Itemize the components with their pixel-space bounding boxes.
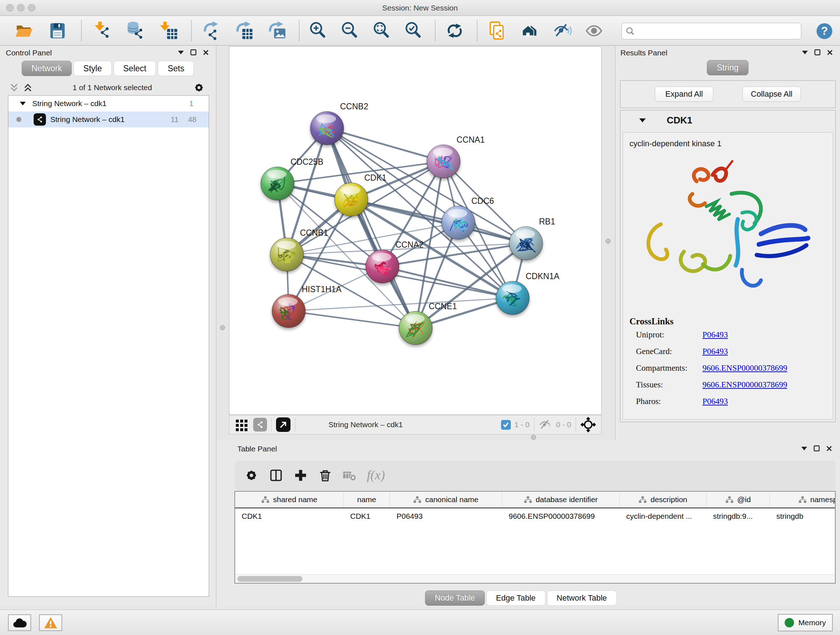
- gene-expander-icon[interactable]: [639, 118, 646, 123]
- table-cell[interactable]: stringdb: [770, 512, 836, 521]
- column-header-database-identifier[interactable]: database identifier: [502, 492, 620, 508]
- birds-eye-toggle-icon[interactable]: [580, 417, 596, 432]
- memory-button[interactable]: Memory: [778, 614, 833, 631]
- panel-menu-icon[interactable]: [802, 51, 808, 54]
- table-cell[interactable]: stringdb:9...: [706, 512, 770, 521]
- export-table-icon[interactable]: [234, 21, 254, 41]
- network-canvas[interactable]: CCNB2CCNA1CDC25BCDK1CDC6RB1CCNB1CCNA2CDK…: [229, 46, 602, 415]
- zoom-selected-icon[interactable]: [404, 21, 423, 41]
- tissues-link[interactable]: 9606.ENSP00000378699: [703, 380, 788, 389]
- collapse-all-button[interactable]: Collapse All: [742, 87, 801, 102]
- pharos-link[interactable]: P06493: [703, 397, 728, 406]
- expand-all-icon[interactable]: [23, 83, 33, 92]
- tab-select[interactable]: Select: [114, 61, 156, 76]
- float-panel-icon[interactable]: [814, 49, 821, 55]
- zoom-out-icon[interactable]: [340, 21, 360, 41]
- close-panel-icon[interactable]: [826, 446, 832, 451]
- show-eye-icon[interactable]: [584, 21, 604, 41]
- network-graph[interactable]: CCNB2CCNA1CDC25BCDK1CDC6RB1CCNB1CCNA2CDK…: [229, 47, 601, 415]
- column-header-name[interactable]: name: [344, 492, 390, 508]
- save-session-icon[interactable]: [48, 21, 67, 41]
- bottom-splitter-handle[interactable]: [531, 435, 536, 440]
- collapse-all-icon[interactable]: [9, 83, 19, 92]
- graph-node-label: CCNA2: [395, 240, 424, 249]
- tab-sets[interactable]: Sets: [158, 61, 194, 76]
- search-input[interactable]: [635, 27, 801, 35]
- uniprot-link[interactable]: P06493: [703, 330, 728, 339]
- export-network-icon[interactable]: [202, 21, 221, 41]
- warnings-button[interactable]: [39, 614, 62, 631]
- selected-checkbox-icon[interactable]: [501, 420, 511, 430]
- clone-network-icon[interactable]: [488, 21, 507, 41]
- table-cell[interactable]: P06493: [390, 512, 502, 521]
- panel-menu-icon[interactable]: [178, 51, 184, 54]
- export-image-icon[interactable]: [267, 21, 286, 41]
- control-panel-tabs: Network Style Select Sets: [22, 61, 194, 76]
- scrollbar-thumb[interactable]: [237, 576, 302, 582]
- panel-menu-icon[interactable]: [801, 447, 807, 450]
- float-panel-icon[interactable]: [190, 49, 196, 55]
- help-icon[interactable]: ?: [815, 21, 834, 41]
- right-splitter-handle[interactable]: [606, 239, 611, 244]
- table-cell[interactable]: 9606.ENSP00000378699: [502, 512, 620, 521]
- show-columns-icon[interactable]: [268, 467, 284, 484]
- column-header--id[interactable]: @id: [706, 492, 770, 508]
- tab-style[interactable]: Style: [73, 61, 111, 76]
- column-header-canonical-name[interactable]: canonical name: [390, 492, 502, 508]
- table-cell[interactable]: CDK1: [344, 512, 390, 521]
- open-session-icon[interactable]: [14, 21, 34, 41]
- close-panel-icon[interactable]: [203, 50, 209, 55]
- table-horizontal-scrollbar[interactable]: [235, 574, 835, 583]
- column-header-description[interactable]: description: [620, 492, 706, 508]
- expand-all-button[interactable]: Expand All: [655, 87, 714, 102]
- compartments-link[interactable]: 9606.ENSP00000378699: [703, 363, 788, 372]
- toolbar-search[interactable]: [622, 23, 801, 40]
- home-pages-icon[interactable]: [520, 21, 540, 41]
- float-panel-icon[interactable]: [813, 445, 820, 451]
- zoom-in-icon[interactable]: [308, 21, 328, 41]
- import-network-database-icon[interactable]: [126, 21, 145, 41]
- tab-network-table[interactable]: Network Table: [547, 591, 617, 606]
- cloud-button[interactable]: [8, 614, 31, 631]
- table-toolbar: f(x): [234, 461, 836, 490]
- grid-view-icon[interactable]: [235, 418, 248, 431]
- add-column-icon[interactable]: [292, 467, 309, 484]
- genecard-link[interactable]: P06493: [703, 347, 728, 356]
- graph-node-HIST1H1A[interactable]: HIST1H1A: [272, 285, 342, 328]
- table-row[interactable]: CDK1CDK1P064939606.ENSP00000378699cyclin…: [235, 508, 835, 524]
- network-options-gear-icon[interactable]: [192, 81, 206, 95]
- network-share-icon[interactable]: [253, 418, 267, 432]
- graph-node-CCNA1[interactable]: CCNA1: [427, 135, 485, 178]
- results-panel: Results Panel String Expand All Collapse…: [615, 46, 840, 440]
- graph-node-CCNE1[interactable]: CCNE1: [399, 302, 457, 345]
- hide-eye-slash-icon[interactable]: [553, 21, 572, 41]
- close-panel-icon[interactable]: [827, 50, 833, 55]
- tab-string[interactable]: String: [707, 60, 748, 75]
- graph-node-CCNB1[interactable]: CCNB1: [270, 228, 328, 271]
- graph-edge-CCNB2-CCNE1[interactable]: [327, 128, 416, 328]
- tab-edge-table[interactable]: Edge Table: [486, 591, 546, 606]
- tab-node-table[interactable]: Node Table: [425, 591, 485, 606]
- column-header-label: name: [357, 495, 376, 504]
- zoom-fit-icon[interactable]: [372, 21, 392, 41]
- column-header-shared-name[interactable]: shared name: [235, 492, 344, 508]
- table-options-gear-icon[interactable]: [243, 467, 260, 484]
- collection-expander-icon[interactable]: [20, 101, 26, 106]
- column-header-namespace[interactable]: namespace: [770, 492, 836, 508]
- delete-column-icon[interactable]: [317, 467, 333, 484]
- network-collection-row[interactable]: String Network – cdk1 1: [8, 96, 209, 111]
- open-in-window-icon[interactable]: [276, 417, 291, 432]
- import-network-file-icon[interactable]: [93, 21, 113, 41]
- table-cell[interactable]: cyclin-dependent ...: [620, 512, 706, 521]
- left-splitter-handle[interactable]: [220, 325, 225, 330]
- graph-edge-CCNE1-HIST1H1A[interactable]: [289, 311, 416, 328]
- import-table-file-icon[interactable]: [158, 21, 178, 41]
- gene-header-row[interactable]: CDK1: [621, 111, 835, 130]
- graph-node-CDKN1A[interactable]: CDKN1A: [496, 272, 560, 315]
- graph-node-CDK1[interactable]: CDK1: [335, 173, 386, 216]
- refresh-icon[interactable]: [445, 21, 464, 41]
- network-row-selected[interactable]: String Network – cdk1 11 48: [8, 111, 209, 127]
- graph-node-RB1[interactable]: RB1: [509, 217, 555, 260]
- tab-network[interactable]: Network: [22, 61, 72, 76]
- table-cell[interactable]: CDK1: [235, 512, 344, 521]
